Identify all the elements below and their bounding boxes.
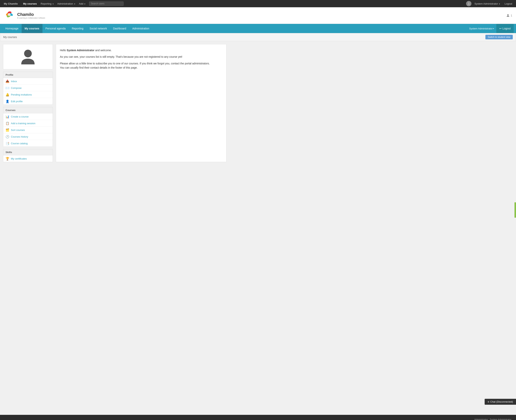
switch-to-student-view-button[interactable]: Switch to student view bbox=[485, 35, 513, 39]
notification-badge[interactable]: 1 bbox=[506, 14, 512, 17]
mainnav-homepage[interactable]: Homepage bbox=[2, 24, 22, 33]
mainnav-my-courses[interactable]: My courses bbox=[22, 24, 42, 33]
compose-icon: ✉️ bbox=[6, 86, 9, 90]
topnav-reporting[interactable]: Reporting ▾ bbox=[39, 1, 55, 6]
mainnav-reporting[interactable]: Reporting bbox=[69, 24, 86, 33]
brand-link[interactable]: My Chamilo bbox=[2, 1, 19, 6]
sidebar-item-courses-history[interactable]: 🕐 Courses history bbox=[3, 133, 53, 140]
chat-widget[interactable]: Chat (Disconnected) bbox=[485, 399, 516, 405]
topnav-administration[interactable]: Administration ▾ bbox=[56, 1, 77, 6]
skills-section-title: Skills bbox=[3, 149, 53, 155]
chamilo-subtitle: E-Learning & Collaboration Software bbox=[17, 17, 45, 19]
page-wrapper: My courses Switch to student view Profil… bbox=[0, 33, 516, 415]
dropdown-arrow-icon: ▾ bbox=[74, 3, 75, 5]
svg-point-8 bbox=[24, 50, 32, 57]
sidebar-item-create-course[interactable]: 📊 Create a course bbox=[3, 113, 53, 120]
topnav-logout-link[interactable]: Logout bbox=[503, 1, 514, 6]
my-courses-header: My courses Switch to student view bbox=[0, 33, 516, 41]
right-accent-bar bbox=[515, 202, 516, 218]
page-title: My courses bbox=[3, 36, 17, 39]
mainnav-user-menu[interactable]: System Administrator ▾ bbox=[467, 24, 496, 33]
certificates-icon: 🏆 bbox=[6, 157, 9, 160]
sidebar-item-sort-courses[interactable]: 🗂️ Sort courses bbox=[3, 127, 53, 133]
topnav-my-courses[interactable]: My courses bbox=[22, 1, 39, 6]
chamilo-logo: Chamilo E-Learning & Collaboration Softw… bbox=[4, 11, 45, 20]
create-course-icon: 📊 bbox=[6, 115, 9, 119]
chamilo-logo-icon bbox=[4, 11, 15, 20]
main-navigation: Homepage My courses Personal agenda Repo… bbox=[0, 24, 516, 33]
sidebar-item-course-catalog[interactable]: 📑 Course catalog bbox=[3, 140, 53, 147]
topnav-add[interactable]: Add ▾ bbox=[77, 1, 87, 6]
footer-line-1: Administrator : System Administrator bbox=[5, 418, 511, 420]
sidebar-item-add-training[interactable]: 📋 Add a training session bbox=[3, 120, 53, 127]
profile-section-title: Profile bbox=[3, 72, 53, 78]
course-catalog-icon: 📑 bbox=[6, 141, 9, 145]
top-nav-right: System Administrator ▾ Logout bbox=[466, 1, 514, 6]
sidebar: Profile 📥 Inbox ✉️ Compose 🔔 Pending inv… bbox=[3, 44, 53, 162]
courses-section-title: Courses bbox=[3, 107, 53, 113]
add-training-icon: 📋 bbox=[6, 121, 9, 125]
user-avatar-box bbox=[3, 44, 53, 69]
sidebar-item-my-certificates[interactable]: 🏆 My certificates bbox=[3, 155, 53, 162]
profile-section: Profile 📥 Inbox ✉️ Compose 🔔 Pending inv… bbox=[3, 72, 53, 105]
pending-invitations-icon: 🔔 bbox=[6, 93, 9, 97]
user-avatar-silhouette bbox=[20, 48, 36, 65]
sidebar-item-edit-profile[interactable]: 👤 Edit profile bbox=[3, 98, 53, 105]
welcome-line-3: Please allow us a little time to subscri… bbox=[60, 61, 223, 70]
topnav-user-menu[interactable]: System Administrator ▾ bbox=[473, 1, 501, 6]
dropdown-arrow-icon: ▾ bbox=[84, 3, 85, 5]
welcome-line-2: As you can see, your courses list is sti… bbox=[60, 55, 223, 59]
main-content: Hello System Administrator and welcome. … bbox=[56, 44, 226, 162]
edit-profile-icon: 👤 bbox=[6, 99, 9, 103]
sort-courses-icon: 🗂️ bbox=[6, 128, 9, 132]
sidebar-item-inbox[interactable]: 📥 Inbox bbox=[3, 78, 53, 85]
svg-point-0 bbox=[468, 2, 469, 4]
mainnav-logout-button[interactable]: ↩ Logout bbox=[496, 24, 514, 33]
user-icon bbox=[506, 14, 510, 17]
sidebar-item-compose[interactable]: ✉️ Compose bbox=[3, 85, 53, 91]
chat-label: Chat (Disconnected) bbox=[490, 400, 513, 403]
dropdown-arrow-icon: ▾ bbox=[499, 3, 500, 5]
mainnav-personal-agenda[interactable]: Personal agenda bbox=[42, 24, 69, 33]
search-container bbox=[89, 1, 123, 6]
search-input[interactable] bbox=[89, 1, 123, 6]
chamilo-name-block: Chamilo E-Learning & Collaboration Softw… bbox=[17, 12, 45, 19]
chat-status-dot bbox=[488, 401, 489, 403]
logo-bar: Chamilo E-Learning & Collaboration Softw… bbox=[0, 7, 516, 24]
courses-section: Courses 📊 Create a course 📋 Add a traini… bbox=[3, 107, 53, 147]
skills-section: Skills 🏆 My certificates bbox=[3, 149, 53, 162]
welcome-line-1: Hello System Administrator and welcome. bbox=[60, 48, 223, 52]
svg-point-6 bbox=[8, 14, 10, 15]
avatar bbox=[466, 1, 471, 6]
dropdown-arrow-icon: ▾ bbox=[493, 28, 494, 30]
mainnav-dashboard[interactable]: Dashboard bbox=[110, 24, 129, 33]
svg-point-7 bbox=[507, 14, 509, 15]
dropdown-arrow-icon: ▾ bbox=[53, 3, 54, 5]
chamilo-name: Chamilo bbox=[17, 12, 45, 17]
top-navigation: My Chamilo My courses Reporting ▾ Admini… bbox=[0, 0, 516, 7]
mainnav-social-network[interactable]: Social network bbox=[86, 24, 110, 33]
inbox-icon: 📥 bbox=[6, 79, 9, 83]
main-nav-right: System Administrator ▾ ↩ Logout bbox=[467, 24, 514, 33]
sidebar-item-pending-invitations[interactable]: 🔔 Pending invitations bbox=[3, 91, 53, 98]
logout-icon: ↩ bbox=[499, 27, 502, 30]
footer: Administrator : System Administrator Pow… bbox=[0, 415, 516, 420]
mainnav-administration[interactable]: Administration bbox=[129, 24, 153, 33]
content-area: Profile 📥 Inbox ✉️ Compose 🔔 Pending inv… bbox=[0, 41, 230, 165]
courses-history-icon: 🕐 bbox=[6, 135, 9, 139]
